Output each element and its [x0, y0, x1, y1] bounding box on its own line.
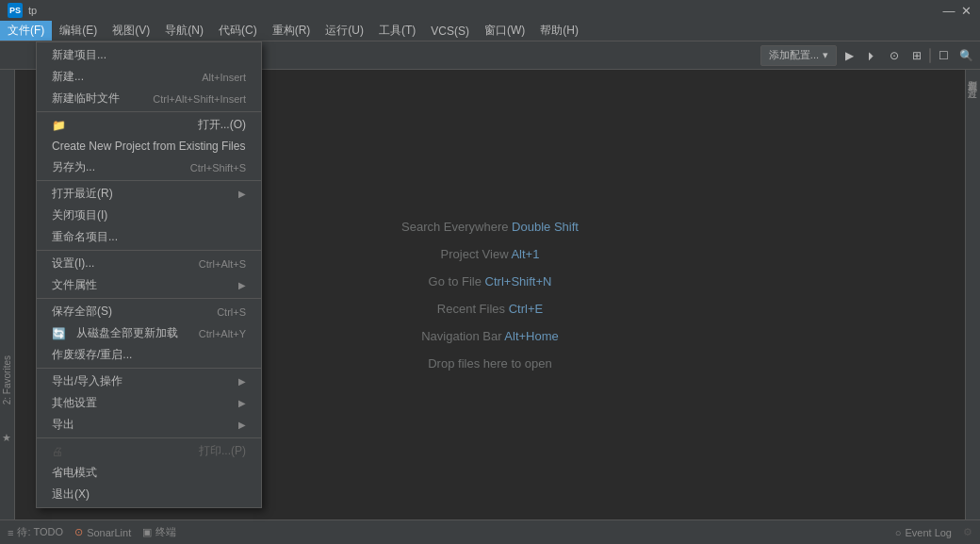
status-event-log[interactable]: ○ Event Log — [895, 527, 952, 538]
expand-button[interactable]: ☐ — [933, 45, 954, 66]
menu-code[interactable]: 代码(C) — [211, 21, 265, 41]
hint-recent-files: Recent Files Ctrl+E — [437, 302, 543, 316]
arrow-icon-open-recent: ▶ — [238, 189, 246, 199]
status-todo[interactable]: ≡ 待: TODO — [8, 525, 63, 539]
menu-file[interactable]: 文件(F) — [0, 21, 52, 41]
menu-item-open[interactable]: 📁 打开...(O) — [37, 114, 261, 136]
menu-item-sync[interactable]: 🔄 从磁盘全部更新加载 Ctrl+Alt+Y — [37, 322, 261, 344]
menu-view[interactable]: 视图(V) — [105, 21, 157, 41]
hint-project-view: Project View Alt+1 — [441, 247, 540, 261]
menu-tools[interactable]: 工具(T) — [371, 21, 423, 41]
shortcut-search: Double Shift — [512, 220, 579, 234]
shortcut-project-view: Alt+1 — [511, 247, 539, 261]
folder-icon: 📁 — [52, 119, 67, 132]
separator-toolbar — [929, 48, 931, 63]
sonarlint-icon: ⊙ — [74, 526, 83, 538]
menu-navigate[interactable]: 导航(N) — [157, 21, 211, 41]
shortcut-nav-bar: Alt+Home — [504, 329, 558, 343]
add-config-label: 添加配置... — [769, 48, 819, 62]
menu-help[interactable]: 帮助(H) — [532, 21, 586, 41]
separator-6 — [37, 437, 261, 438]
close-button[interactable]: ✕ — [959, 4, 972, 17]
menu-item-rename-project[interactable]: 重命名项目... — [37, 226, 261, 248]
app-title: tp — [28, 5, 37, 16]
menu-item-settings[interactable]: 设置(I)... Ctrl+Alt+S — [37, 253, 261, 274]
menu-item-file-properties[interactable]: 文件属性 ▶ — [37, 274, 261, 296]
coverage-button[interactable]: ⊙ — [884, 45, 905, 66]
menu-item-invalidate-caches[interactable]: 作废缓存/重启... — [37, 344, 261, 366]
menu-window[interactable]: 窗口(W) — [477, 21, 532, 41]
run-button[interactable]: ▶ — [839, 45, 859, 66]
dropdown-arrow-icon: ▾ — [823, 49, 828, 61]
file-dropdown-menu: 新建项目... 新建... Alt+Insert 新建临时文件 Ctrl+Alt… — [36, 41, 262, 508]
minimize-button[interactable]: — — [942, 4, 956, 17]
title-bar-left: PS tp — [8, 3, 37, 18]
separator-5 — [37, 368, 261, 369]
title-bar: PS tp — ✕ — [0, 0, 980, 21]
menu-item-create-from-existing[interactable]: Create New Project from Existing Files — [37, 136, 261, 157]
separator-2 — [37, 180, 261, 181]
print-icon: 🖨 — [52, 445, 67, 458]
menu-refactor[interactable]: 重构(R) — [265, 21, 318, 41]
right-sidebar-label2: 过渡 — [966, 77, 980, 85]
hint-drop-files: Drop files here to open — [428, 356, 552, 371]
menu-item-power-save[interactable]: 省电模式 — [37, 462, 261, 484]
menu-item-new-project[interactable]: 新建项目... — [37, 44, 261, 66]
arrow-icon-export-import: ▶ — [238, 376, 246, 387]
event-log-icon: ○ — [895, 527, 902, 538]
menu-item-new[interactable]: 新建... Alt+Insert — [37, 66, 261, 88]
separator-4 — [37, 298, 261, 299]
status-terminal[interactable]: ▣ 终端 — [142, 525, 176, 539]
search-button[interactable]: 🔍 — [956, 45, 976, 66]
arrow-icon-export: ▶ — [238, 420, 246, 430]
menu-item-exit[interactable]: 退出(X) — [37, 484, 261, 505]
separator-3 — [37, 250, 261, 251]
todo-label: 待: TODO — [17, 525, 63, 539]
hint-search-everywhere: Search Everywhere Double Shift — [401, 220, 579, 234]
app-icon: PS — [8, 3, 23, 18]
right-sidebar: 装置识别 过渡 — [965, 70, 980, 519]
shortcut-recent-files: Ctrl+E — [509, 302, 543, 316]
todo-icon: ≡ — [8, 527, 13, 538]
profile-button[interactable]: ⊞ — [906, 45, 927, 66]
separator-1 — [37, 111, 261, 112]
hint-goto-file: Go to File Ctrl+Shift+N — [429, 274, 552, 288]
hint-navigation-bar: Navigation Bar Alt+Home — [421, 329, 559, 343]
menu-item-print[interactable]: 🖨 打印...(P) — [37, 440, 261, 462]
menu-item-save-all[interactable]: 保存全部(S) Ctrl+S — [37, 301, 261, 322]
event-log-label: Event Log — [905, 527, 952, 538]
add-config-button[interactable]: 添加配置... ▾ — [760, 45, 837, 66]
status-bar: ≡ 待: TODO ⊙ SonarLint ▣ 终端 ○ Event Log ⚙ — [0, 519, 980, 544]
sonarlint-label: SonarLint — [87, 527, 131, 538]
menu-item-save-as[interactable]: 另存为... Ctrl+Shift+S — [37, 157, 261, 178]
terminal-label: 终端 — [155, 525, 176, 539]
menu-run[interactable]: 运行(U) — [318, 21, 371, 41]
title-bar-controls: — ✕ — [942, 4, 972, 17]
menu-item-export-import[interactable]: 导出/导入操作 ▶ — [37, 371, 261, 392]
star-icon: ★ — [2, 432, 11, 444]
menu-item-other-settings[interactable]: 其他设置 ▶ — [37, 392, 261, 414]
sync-icon: 🔄 — [52, 327, 67, 340]
right-sidebar-label1: 装置识别 — [966, 70, 980, 77]
menu-item-open-recent[interactable]: 打开最近(R) ▶ — [37, 183, 261, 205]
debug-button[interactable]: ⏵ — [861, 45, 882, 66]
arrow-icon-other-settings: ▶ — [238, 398, 246, 408]
arrow-icon-file-props: ▶ — [238, 280, 246, 290]
terminal-icon: ▣ — [142, 526, 152, 538]
menu-item-close-project[interactable]: 关闭项目(I) — [37, 205, 261, 226]
menu-edit[interactable]: 编辑(E) — [52, 21, 105, 41]
status-sonarlint[interactable]: ⊙ SonarLint — [74, 526, 131, 538]
menu-item-export[interactable]: 导出 ▶ — [37, 414, 261, 436]
menu-bar: 文件(F) 编辑(E) 视图(V) 导航(N) 代码(C) 重构(R) 运行(U… — [0, 21, 980, 41]
status-right-icon: ⚙ — [963, 526, 972, 538]
menu-item-new-scratch[interactable]: 新建临时文件 Ctrl+Alt+Shift+Insert — [37, 88, 261, 109]
left-sidebar: 2: Favorites ★ — [0, 70, 15, 519]
favorites-label[interactable]: 2: Favorites — [0, 354, 14, 406]
menu-vcs[interactable]: VCS(S) — [423, 21, 477, 41]
shortcut-goto-file: Ctrl+Shift+N — [485, 274, 552, 288]
